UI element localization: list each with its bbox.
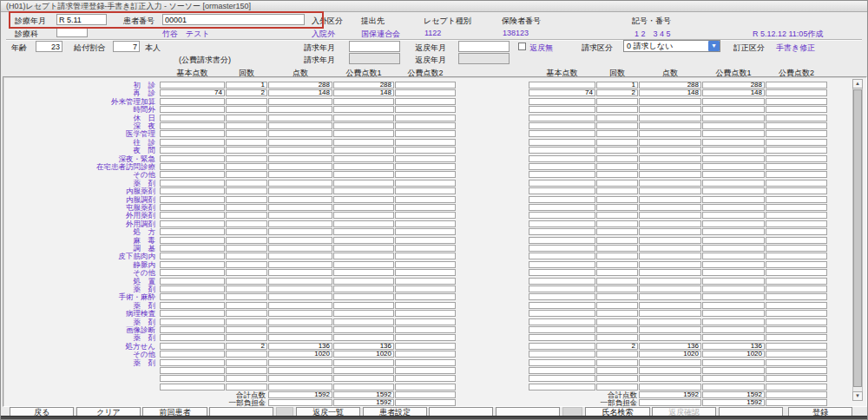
cell-kohi-tensu-2[interactable] [766, 147, 827, 154]
cell-tensu[interactable] [268, 367, 332, 374]
cell-kohi-tensu-2[interactable] [766, 375, 827, 382]
cell-tensu[interactable] [268, 278, 332, 285]
cell-kohi-tensu-1[interactable] [702, 139, 765, 146]
cell-kihon-tensu[interactable] [160, 115, 225, 121]
cell-kohi-tensu-2[interactable] [766, 130, 827, 137]
cell-kohi-tensu-2[interactable] [766, 302, 827, 309]
cell-kohi-tensu-2[interactable] [766, 261, 827, 268]
cell-kohi-tensu-2[interactable] [395, 343, 456, 350]
cell-kaisu[interactable] [596, 163, 638, 170]
cell-kihon-tensu[interactable] [160, 122, 225, 129]
cell-kohi-tensu-1[interactable] [702, 237, 765, 244]
cell-kohi-tensu-2[interactable] [766, 293, 827, 300]
cell-kohi-tensu-1[interactable] [702, 171, 765, 178]
cell-tensu[interactable] [268, 237, 332, 244]
cell-kaisu[interactable] [226, 204, 267, 211]
cell-kohi-tensu-1[interactable] [702, 253, 765, 259]
cell-kohi-tensu-1[interactable] [702, 196, 765, 203]
cell-tensu[interactable]: 148 [639, 89, 701, 96]
cell-kohi-tensu-2[interactable] [395, 318, 456, 325]
chevron-down-icon[interactable]: ▼ [708, 41, 720, 51]
cell-tensu[interactable] [268, 285, 332, 292]
cell-tensu[interactable] [639, 187, 701, 194]
cell-kihon-tensu[interactable] [529, 351, 595, 358]
cell-kohi-tensu-2[interactable] [395, 82, 456, 89]
cell-kohi-tensu-2[interactable] [395, 237, 456, 244]
cell-kohi-tensu-2[interactable] [395, 391, 456, 398]
cell-tensu[interactable] [639, 115, 701, 121]
cell-kaisu[interactable] [596, 180, 638, 187]
cell-kaisu[interactable] [596, 367, 638, 374]
cell-tensu[interactable] [639, 359, 701, 366]
cell-kihon-tensu[interactable] [160, 253, 225, 259]
cell-kihon-tensu[interactable] [529, 171, 595, 178]
cell-kaisu[interactable] [596, 139, 638, 146]
cell-kaisu[interactable] [226, 318, 267, 325]
cell-kohi-tensu-2[interactable] [395, 163, 456, 170]
kyufu-wariai-input[interactable] [113, 41, 140, 52]
cell-tensu[interactable] [268, 98, 332, 105]
cell-tensu[interactable] [268, 139, 332, 146]
cell-kohi-tensu-2[interactable] [395, 155, 456, 162]
cell-kohi-tensu-1[interactable] [333, 334, 394, 341]
cell-kohi-tensu-1[interactable]: 1020 [333, 351, 394, 358]
cell-kihon-tensu[interactable] [529, 261, 595, 268]
cell-kohi-tensu-2[interactable] [766, 253, 827, 259]
cell-kihon-tensu[interactable] [160, 269, 225, 276]
cell-kaisu[interactable] [596, 285, 638, 292]
cell-kihon-tensu[interactable] [529, 163, 595, 170]
cell-tensu[interactable] [268, 375, 332, 382]
cell-tensu[interactable]: 1020 [268, 351, 332, 358]
cell-kihon-tensu[interactable] [160, 334, 225, 341]
cell-tensu[interactable] [268, 228, 332, 235]
cell-kohi-tensu-1[interactable] [333, 147, 394, 154]
cell-kihon-tensu[interactable] [160, 228, 225, 235]
cell-kaisu[interactable] [226, 187, 267, 194]
cell-kaisu[interactable] [226, 228, 267, 235]
cell-kaisu[interactable] [596, 334, 638, 341]
seikyu-kubun-select[interactable]: 0 請求しない ▼ [623, 40, 720, 52]
cell-kihon-tensu[interactable] [160, 98, 225, 105]
cell-kihon-tensu[interactable] [529, 375, 595, 382]
cell-kohi-tensu-2[interactable] [395, 384, 456, 390]
cell-kihon-tensu[interactable] [160, 375, 225, 382]
cell-kihon-tensu[interactable] [529, 245, 595, 252]
cell-kohi-tensu-1[interactable] [702, 187, 765, 194]
cell-tensu[interactable] [639, 318, 701, 325]
cell-kohi-tensu-2[interactable] [766, 220, 827, 227]
cell-kohi-tensu-2[interactable] [395, 399, 456, 406]
cell-kaisu[interactable] [596, 269, 638, 276]
shinryo-nengetsu-input[interactable] [56, 14, 107, 25]
cell-kihon-tensu[interactable] [160, 163, 225, 170]
cell-tensu[interactable] [268, 318, 332, 325]
cell-kaisu[interactable] [596, 106, 638, 113]
cell-kohi-tensu-2[interactable] [395, 187, 456, 194]
cell-tensu[interactable] [268, 326, 332, 333]
cell-kihon-tensu[interactable] [529, 384, 595, 390]
cell-kaisu[interactable] [596, 245, 638, 252]
cell-kaisu[interactable] [226, 351, 267, 358]
cell-kohi-tensu-1[interactable] [333, 278, 394, 285]
cell-kaisu[interactable] [596, 237, 638, 244]
cell-kohi-tensu-2[interactable] [395, 220, 456, 227]
cell-kihon-tensu[interactable] [529, 115, 595, 121]
cell-kohi-tensu-1[interactable] [702, 228, 765, 235]
cell-kaisu[interactable] [226, 269, 267, 276]
cell-kaisu[interactable] [596, 310, 638, 317]
cell-kaisu[interactable] [596, 122, 638, 129]
cell-kohi-tensu-2[interactable] [395, 106, 456, 113]
cell-kihon-tensu[interactable] [529, 106, 595, 113]
cell-kohi-tensu-2[interactable] [395, 261, 456, 268]
cell-kihon-tensu[interactable] [160, 147, 225, 154]
cell-kohi-tensu-1[interactable]: 1592 [333, 399, 394, 406]
cell-tensu[interactable]: 1020 [639, 351, 701, 358]
cell-tensu[interactable] [639, 171, 701, 178]
cell-kaisu[interactable] [596, 253, 638, 259]
cell-kohi-tensu-1[interactable] [702, 147, 765, 154]
cell-kihon-tensu[interactable] [160, 187, 225, 194]
cell-kihon-tensu[interactable] [160, 278, 225, 285]
cell-kihon-tensu[interactable] [529, 147, 595, 154]
cell-kohi-tensu-2[interactable] [766, 187, 827, 194]
cell-kohi-tensu-1[interactable] [702, 326, 765, 333]
cell-tensu[interactable] [639, 139, 701, 146]
